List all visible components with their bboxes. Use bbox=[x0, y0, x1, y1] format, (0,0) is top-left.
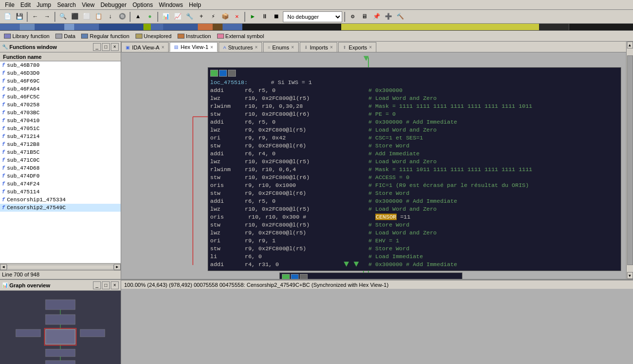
scroll-down[interactable]: ▼ bbox=[627, 272, 633, 279]
list-item[interactable]: fsub_471C0C bbox=[0, 156, 121, 164]
cb-btn-green[interactable] bbox=[210, 70, 218, 77]
tab-icon-struct: A bbox=[223, 45, 226, 50]
toolbar-btn6[interactable]: 📋 bbox=[93, 11, 104, 22]
small-cb-green[interactable] bbox=[282, 274, 290, 279]
tab-close-ida[interactable]: × bbox=[161, 45, 164, 50]
panel-close[interactable]: × bbox=[111, 43, 119, 51]
tab-close-hex[interactable]: × bbox=[210, 45, 213, 50]
toolbar-new[interactable]: 📄 bbox=[2, 11, 13, 22]
code-block-bottom[interactable] bbox=[279, 273, 462, 279]
menu-view[interactable]: View bbox=[79, 0, 97, 9]
overview-restore[interactable]: □ bbox=[102, 281, 110, 289]
list-item[interactable]: fsub_471B5C bbox=[0, 148, 121, 156]
toolbar-btn10[interactable]: ● bbox=[144, 11, 155, 22]
cb-btn-gray[interactable] bbox=[228, 70, 236, 77]
tab-imports[interactable]: ⬇ Imports × bbox=[300, 42, 338, 52]
toolbar-stop2[interactable]: ⏹ bbox=[271, 11, 282, 22]
tab-bar: ▣ IDA View-A × ▤ Hex View-1 × A Structur… bbox=[121, 42, 626, 52]
toolbar-btn3[interactable]: 🔍 bbox=[57, 11, 68, 22]
toolbar-extra1[interactable]: ⚙ bbox=[347, 11, 358, 22]
list-item[interactable]: fsub_46B780 bbox=[0, 61, 121, 69]
list-item[interactable]: fsub_46FA64 bbox=[0, 85, 121, 93]
toolbar-extra5[interactable]: 🔨 bbox=[395, 11, 406, 22]
menu-help[interactable]: Help bbox=[186, 0, 204, 9]
panel-restore[interactable]: □ bbox=[102, 43, 110, 51]
toolbar-fwd[interactable]: → bbox=[42, 11, 52, 22]
toolbar-stop[interactable]: ✕ bbox=[231, 11, 242, 22]
menu-jump[interactable]: Jump bbox=[34, 0, 54, 9]
toolbar-pause[interactable]: ⏸ bbox=[259, 11, 270, 22]
graph-continuation[interactable] bbox=[121, 289, 633, 364]
right-scrollbar[interactable]: ▲ ▼ bbox=[626, 42, 633, 279]
list-item[interactable]: fsub_46D3D0 bbox=[0, 69, 121, 77]
tab-close-imports[interactable]: × bbox=[330, 45, 333, 50]
tab-enums[interactable]: ≡ Enums × bbox=[263, 42, 298, 52]
cb-btn-blue[interactable] bbox=[219, 70, 227, 77]
func-name: sub_474D68 bbox=[7, 165, 40, 171]
graph-overview-panel: 📊 Graph overview _ □ × bbox=[0, 280, 121, 364]
menu-file[interactable]: File bbox=[2, 0, 17, 9]
graph-overview-content[interactable] bbox=[0, 291, 121, 364]
small-cb-gray[interactable] bbox=[300, 274, 308, 279]
tab-close-enums[interactable]: × bbox=[291, 45, 294, 50]
tab-close-struct[interactable]: × bbox=[255, 45, 258, 50]
list-item[interactable]: fCensorship1_475334 bbox=[0, 196, 121, 204]
scroll-track[interactable] bbox=[7, 265, 114, 270]
list-item[interactable]: fsub_470410 bbox=[0, 117, 121, 125]
toolbar-extra3[interactable]: 📌 bbox=[371, 11, 382, 22]
menu-search[interactable]: Search bbox=[54, 0, 79, 9]
list-item[interactable]: fsub_4712B8 bbox=[0, 140, 121, 148]
tab-hex-view-1[interactable]: ▤ Hex View-1 × bbox=[170, 42, 218, 52]
tab-ida-view-a[interactable]: ▣ IDA View-A × bbox=[121, 42, 169, 52]
toolbar-play[interactable]: ▶ bbox=[247, 11, 258, 22]
list-item[interactable]: fsub_46FC5C bbox=[0, 93, 121, 101]
code-line-22: lir6, 0# Load Immediate bbox=[210, 253, 619, 261]
overview-close[interactable]: × bbox=[111, 281, 119, 289]
toolbar-btn16[interactable]: 📦 bbox=[220, 11, 230, 22]
toolbar-extra4[interactable]: ➕ bbox=[383, 11, 394, 22]
toolbar-extra2[interactable]: 🖥 bbox=[359, 11, 370, 22]
scroll-thumb[interactable] bbox=[627, 55, 633, 265]
list-item[interactable]: fsub_471214 bbox=[0, 133, 121, 140]
tab-exports[interactable]: ⬆ Exports × bbox=[338, 42, 376, 52]
function-list[interactable]: fsub_46B780 fsub_46D3D0 fsub_46F69C fsub… bbox=[0, 61, 121, 263]
toolbar-btn12[interactable]: 📈 bbox=[172, 11, 183, 22]
toolbar-back[interactable]: ← bbox=[30, 11, 41, 22]
tab-structures[interactable]: A Structures × bbox=[219, 42, 262, 52]
list-item[interactable]: fsub_474DF0 bbox=[0, 172, 121, 180]
code-block-main[interactable]: loc_475518: # Si IWS = 1 addir6, r5, 0# … bbox=[208, 67, 621, 271]
graph-view[interactable]: ▼ loc_475518: # Si IWS = 1 addir6, r5, 0… bbox=[121, 52, 626, 279]
menu-debugger[interactable]: Debugger bbox=[97, 0, 130, 9]
scroll-right[interactable]: ▶ bbox=[114, 264, 121, 270]
scroll-up[interactable]: ▲ bbox=[627, 42, 633, 48]
toolbar-btn13[interactable]: 🔧 bbox=[184, 11, 195, 22]
toolbar-btn8[interactable]: 🔘 bbox=[117, 11, 128, 22]
list-item[interactable]: fsub_475114 bbox=[0, 188, 121, 196]
toolbar-save[interactable]: 💾 bbox=[14, 11, 25, 22]
list-item[interactable]: fsub_47051C bbox=[0, 125, 121, 133]
toolbar-btn7[interactable]: ↓ bbox=[105, 11, 116, 22]
toolbar-btn5[interactable]: ⬜ bbox=[81, 11, 92, 22]
small-cb-blue[interactable] bbox=[291, 274, 299, 279]
toolbar-btn14[interactable]: + bbox=[196, 11, 207, 22]
code-line-16: lwzr10, 0x2FC800@l(r5)# Load Word and Ze… bbox=[210, 205, 619, 213]
toolbar-btn4[interactable]: ⬛ bbox=[69, 11, 80, 22]
list-item[interactable]: fsub_474D68 bbox=[0, 164, 121, 172]
menu-windows[interactable]: Windows bbox=[156, 0, 186, 9]
scroll-left[interactable]: ◀ bbox=[0, 264, 7, 270]
h-scrollbar[interactable]: ◀ ▶ bbox=[0, 263, 121, 270]
tab-close-exports[interactable]: × bbox=[369, 45, 372, 50]
debugger-selector[interactable]: No debuggerNo debugger bbox=[283, 11, 342, 22]
list-item[interactable]: fsub_474F24 bbox=[0, 180, 121, 188]
list-item[interactable]: fCensorship2_47549C bbox=[0, 204, 121, 212]
menu-edit[interactable]: Edit bbox=[17, 0, 34, 9]
toolbar-btn15[interactable]: ⚡ bbox=[208, 11, 219, 22]
overview-minimize[interactable]: _ bbox=[93, 281, 101, 289]
list-item[interactable]: fsub_46F69C bbox=[0, 77, 121, 85]
panel-minimize[interactable]: _ bbox=[93, 43, 101, 51]
toolbar-btn11[interactable]: 📊 bbox=[160, 11, 171, 22]
toolbar-btn9[interactable]: ▲ bbox=[133, 11, 143, 22]
menu-options[interactable]: Options bbox=[130, 0, 156, 9]
list-item[interactable]: fsub_470258 bbox=[0, 101, 121, 109]
list-item[interactable]: fsub_4703BC bbox=[0, 109, 121, 117]
